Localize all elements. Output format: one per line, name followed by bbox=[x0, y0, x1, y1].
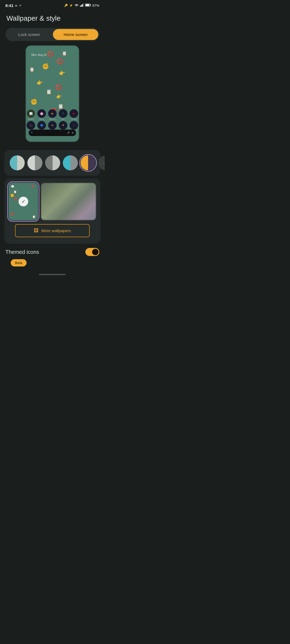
status-left: 8:41 ∞ ✓ bbox=[5, 3, 21, 8]
app-youtube[interactable]: ▶ YouTube bbox=[70, 109, 78, 120]
page-header: Wallpaper & style bbox=[0, 10, 105, 26]
svg-rect-2 bbox=[82, 4, 83, 7]
wp-point-icon-1: 👉 bbox=[59, 70, 66, 76]
wp-fist-icon-1: ✊ bbox=[42, 63, 49, 70]
palette-option-1[interactable] bbox=[10, 155, 25, 170]
home-screen-tab[interactable]: Home screen bbox=[53, 29, 98, 40]
home-indicator bbox=[39, 274, 66, 275]
app-row-1: 📊 Budgeting 🌸 Photos ▶ Play Store bbox=[26, 109, 79, 122]
more-palettes-button[interactable]: ··· bbox=[98, 155, 105, 170]
lens-icon: ⦿ bbox=[72, 132, 74, 134]
svg-rect-3 bbox=[83, 3, 84, 7]
more-wallpapers-button[interactable]: 🖼 More wallpapers bbox=[15, 224, 89, 237]
wp-grid-icon-4: 📋 bbox=[58, 103, 64, 109]
status-right: 🔑 ⚡ 87% bbox=[64, 3, 99, 8]
app-photos[interactable]: 🌸 Photos bbox=[37, 109, 46, 120]
phone-search-bar[interactable]: G 🎤 ⦿ bbox=[29, 130, 76, 136]
battery-icon bbox=[85, 3, 91, 8]
more-dots-icon: ··· bbox=[103, 160, 105, 166]
wp-grid-icon-1: 📋 bbox=[62, 51, 67, 56]
wp-ring-icon-2: ⭕ bbox=[57, 58, 63, 65]
voicemail-icon: ∞ bbox=[15, 4, 17, 8]
palette-option-3[interactable] bbox=[45, 155, 60, 170]
lock-screen-tab[interactable]: Lock screen bbox=[6, 29, 52, 40]
themed-icons-section: Themed icons bbox=[5, 248, 99, 256]
app-chrome[interactable]: 🔵 bbox=[37, 121, 46, 130]
wp-grid-icon-2: 📋 bbox=[29, 67, 35, 72]
battery-percent: 87% bbox=[92, 3, 99, 8]
signal-icon bbox=[80, 3, 84, 8]
wp-ring-icon-3: ⭕ bbox=[55, 84, 62, 90]
themed-icons-label: Themed icons bbox=[5, 249, 39, 255]
beta-badge: Beta bbox=[11, 259, 27, 266]
wallpaper-section: 💬 ⭕ 📋 ✊ ⭕ ⭕ 📋 ✓ 🖼 More wallpapers bbox=[4, 178, 100, 244]
task-icon: ✓ bbox=[19, 4, 21, 7]
svg-rect-6 bbox=[85, 4, 89, 6]
wp-grid-icon-3: 📋 bbox=[46, 89, 52, 95]
wifi-icon bbox=[74, 3, 79, 8]
app-fitbit[interactable]: ⠿ Fitbit bbox=[59, 109, 67, 120]
svg-rect-0 bbox=[80, 6, 81, 7]
app-gmail[interactable]: M bbox=[48, 121, 57, 130]
wp-arrow-icon-2: 👉 bbox=[56, 94, 62, 100]
key-icon: 🔑 bbox=[64, 4, 68, 7]
palette-option-4[interactable] bbox=[63, 155, 78, 170]
app-play-store[interactable]: ▶ Play Store bbox=[48, 109, 57, 120]
toggle-knob bbox=[92, 249, 99, 255]
phone-preview-container: ⭕ 📋 ⭕ ✊ 📋 👉 👉 ⭕ 📋 👉 ✊ 📋 ⭕ Mon, Aug 19 📊 bbox=[0, 45, 105, 147]
svg-rect-5 bbox=[90, 5, 91, 6]
page-title: Wallpaper & style bbox=[6, 14, 98, 23]
phone-preview: ⭕ 📋 ⭕ ✊ 📋 👉 👉 ⭕ 📋 👉 ✊ 📋 ⭕ Mon, Aug 19 📊 bbox=[26, 45, 79, 142]
tab-switcher: Lock screen Home screen bbox=[5, 28, 99, 41]
wallpaper-thumb-1[interactable]: 💬 ⭕ 📋 ✊ ⭕ ⭕ 📋 ✓ bbox=[9, 183, 38, 220]
themed-icons-toggle[interactable] bbox=[85, 248, 99, 256]
wallpaper-thumb-2[interactable] bbox=[41, 183, 96, 220]
selected-checkmark: ✓ bbox=[19, 197, 28, 206]
wp-ring-icon-1: ⭕ bbox=[47, 51, 54, 57]
app-budgeting[interactable]: 📊 Budgeting bbox=[27, 109, 35, 120]
blurred-wallpaper bbox=[41, 183, 96, 220]
palette-option-2[interactable] bbox=[27, 155, 42, 170]
app-spotify[interactable]: ♫ bbox=[70, 121, 78, 130]
palette-option-5[interactable] bbox=[81, 155, 96, 170]
status-bar: 8:41 ∞ ✓ 🔑 ⚡ 87% bbox=[0, 0, 105, 10]
bluetooth-icon: ⚡ bbox=[69, 4, 73, 7]
app-fitness[interactable]: ⚑ bbox=[59, 121, 67, 130]
more-wallpapers-label: More wallpapers bbox=[41, 228, 71, 233]
app-phone[interactable]: 📞 bbox=[27, 121, 35, 130]
time-display: 8:41 bbox=[5, 3, 13, 8]
wallpaper-row: 💬 ⭕ 📋 ✊ ⭕ ⭕ 📋 ✓ bbox=[9, 183, 96, 220]
more-wallpapers-icon: 🖼 bbox=[34, 228, 39, 233]
palette-row: ··· bbox=[10, 155, 95, 170]
palette-section: ··· bbox=[4, 150, 100, 176]
svg-rect-1 bbox=[81, 5, 82, 7]
wp-fist-icon-2: ✊ bbox=[30, 98, 38, 105]
phone-date: Mon, Aug 19 bbox=[31, 53, 46, 56]
wp-arrow-icon-1: 👉 bbox=[37, 79, 43, 86]
mic-icon: 🎤 bbox=[67, 132, 70, 134]
beta-container: Beta bbox=[5, 259, 99, 270]
google-g-icon: G bbox=[31, 131, 34, 134]
